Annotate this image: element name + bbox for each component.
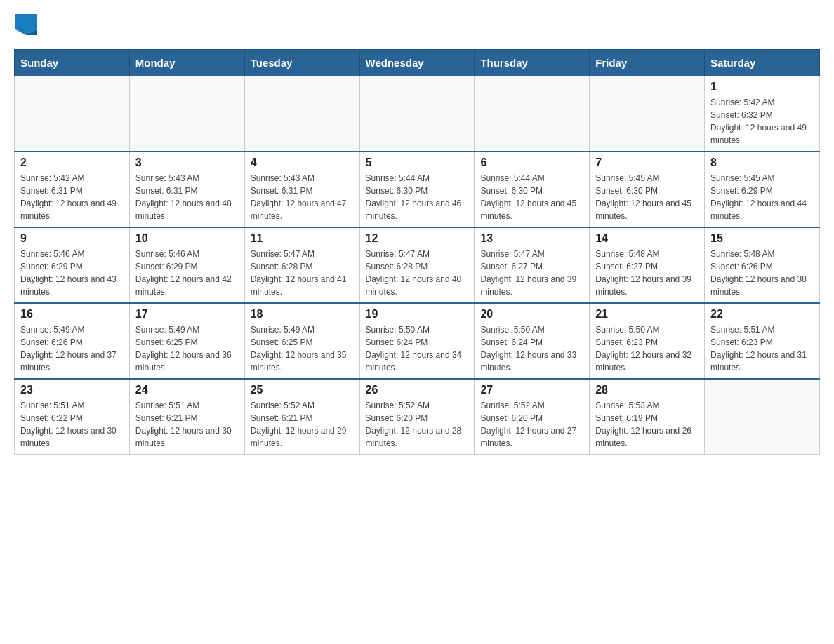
calendar-day-cell: 6Sunrise: 5:44 AM Sunset: 6:30 PM Daylig… [475,152,590,227]
calendar-day-cell: 13Sunrise: 5:47 AM Sunset: 6:27 PM Dayli… [475,227,590,303]
day-of-week-header: Tuesday [244,50,359,76]
day-info: Sunrise: 5:52 AM Sunset: 6:20 PM Dayligh… [480,399,583,450]
day-number: 27 [480,384,583,396]
day-info: Sunrise: 5:49 AM Sunset: 6:25 PM Dayligh… [135,323,239,374]
calendar-table: SundayMondayTuesdayWednesdayThursdayFrid… [14,49,820,455]
day-number: 24 [135,384,239,396]
calendar-day-cell: 9Sunrise: 5:46 AM Sunset: 6:29 PM Daylig… [15,227,130,303]
calendar-week-row: 1Sunrise: 5:42 AM Sunset: 6:32 PM Daylig… [15,76,820,152]
day-info: Sunrise: 5:45 AM Sunset: 6:30 PM Dayligh… [595,172,699,222]
calendar-day-cell: 10Sunrise: 5:46 AM Sunset: 6:29 PM Dayli… [129,227,244,303]
day-number: 3 [135,156,239,169]
calendar-day-cell: 5Sunrise: 5:44 AM Sunset: 6:30 PM Daylig… [359,152,475,227]
calendar-day-cell: 28Sunrise: 5:53 AM Sunset: 6:19 PM Dayli… [590,379,705,455]
day-number: 14 [595,232,699,245]
day-info: Sunrise: 5:45 AM Sunset: 6:29 PM Dayligh… [710,172,814,222]
day-number: 5 [366,156,469,169]
day-number: 22 [710,308,814,321]
day-number: 8 [710,156,814,169]
calendar-day-cell: 18Sunrise: 5:49 AM Sunset: 6:25 PM Dayli… [244,303,359,379]
day-info: Sunrise: 5:49 AM Sunset: 6:26 PM Dayligh… [20,323,124,374]
day-info: Sunrise: 5:50 AM Sunset: 6:24 PM Dayligh… [480,323,583,374]
calendar-day-cell: 15Sunrise: 5:48 AM Sunset: 6:26 PM Dayli… [705,227,820,303]
calendar-header-row: SundayMondayTuesdayWednesdayThursdayFrid… [15,50,820,76]
calendar-day-cell: 20Sunrise: 5:50 AM Sunset: 6:24 PM Dayli… [475,303,590,379]
calendar-day-cell: 7Sunrise: 5:45 AM Sunset: 6:30 PM Daylig… [590,152,705,227]
day-info: Sunrise: 5:48 AM Sunset: 6:26 PM Dayligh… [710,248,814,298]
calendar-day-cell [15,76,130,152]
calendar-day-cell: 27Sunrise: 5:52 AM Sunset: 6:20 PM Dayli… [475,379,590,455]
day-info: Sunrise: 5:52 AM Sunset: 6:20 PM Dayligh… [366,399,469,450]
day-info: Sunrise: 5:50 AM Sunset: 6:23 PM Dayligh… [595,323,699,374]
day-of-week-header: Thursday [475,50,590,76]
day-number: 17 [135,308,239,321]
day-info: Sunrise: 5:51 AM Sunset: 6:23 PM Dayligh… [710,323,814,374]
day-number: 7 [595,156,699,169]
calendar-day-cell: 11Sunrise: 5:47 AM Sunset: 6:28 PM Dayli… [244,227,359,303]
day-info: Sunrise: 5:44 AM Sunset: 6:30 PM Dayligh… [480,172,583,222]
day-info: Sunrise: 5:46 AM Sunset: 6:29 PM Dayligh… [135,248,239,298]
day-info: Sunrise: 5:44 AM Sunset: 6:30 PM Dayligh… [366,172,469,222]
day-number: 12 [366,232,469,245]
calendar-day-cell: 3Sunrise: 5:43 AM Sunset: 6:31 PM Daylig… [129,152,244,227]
calendar-day-cell: 19Sunrise: 5:50 AM Sunset: 6:24 PM Dayli… [359,303,475,379]
day-number: 18 [251,308,354,321]
day-number: 10 [135,232,239,245]
day-number: 11 [251,232,354,245]
calendar-day-cell [590,76,705,152]
day-number: 9 [20,232,124,245]
day-info: Sunrise: 5:51 AM Sunset: 6:21 PM Dayligh… [135,399,239,450]
day-info: Sunrise: 5:47 AM Sunset: 6:27 PM Dayligh… [480,248,583,298]
calendar-day-cell: 12Sunrise: 5:47 AM Sunset: 6:28 PM Dayli… [359,227,475,303]
day-info: Sunrise: 5:50 AM Sunset: 6:24 PM Dayligh… [366,323,469,374]
calendar-day-cell [359,76,475,152]
day-number: 26 [366,384,469,396]
day-number: 13 [480,232,583,245]
day-info: Sunrise: 5:43 AM Sunset: 6:31 PM Dayligh… [135,172,239,222]
day-info: Sunrise: 5:47 AM Sunset: 6:28 PM Dayligh… [366,248,469,298]
page-header [14,14,820,35]
day-of-week-header: Monday [129,50,244,76]
day-number: 1 [710,81,814,93]
day-info: Sunrise: 5:52 AM Sunset: 6:21 PM Dayligh… [251,399,354,450]
calendar-day-cell: 8Sunrise: 5:45 AM Sunset: 6:29 PM Daylig… [705,152,820,227]
calendar-week-row: 9Sunrise: 5:46 AM Sunset: 6:29 PM Daylig… [15,227,820,303]
logo [14,14,38,35]
day-number: 6 [480,156,583,169]
calendar-day-cell [129,76,244,152]
day-number: 28 [595,384,699,396]
day-info: Sunrise: 5:47 AM Sunset: 6:28 PM Dayligh… [251,248,354,298]
calendar-week-row: 16Sunrise: 5:49 AM Sunset: 6:26 PM Dayli… [15,303,820,379]
day-number: 16 [20,308,124,321]
calendar-day-cell: 23Sunrise: 5:51 AM Sunset: 6:22 PM Dayli… [15,379,130,455]
calendar-day-cell: 16Sunrise: 5:49 AM Sunset: 6:26 PM Dayli… [15,303,130,379]
calendar-day-cell: 2Sunrise: 5:42 AM Sunset: 6:31 PM Daylig… [15,152,130,227]
day-number: 15 [710,232,814,245]
day-number: 23 [20,384,124,396]
calendar-day-cell: 24Sunrise: 5:51 AM Sunset: 6:21 PM Dayli… [129,379,244,455]
day-info: Sunrise: 5:42 AM Sunset: 6:31 PM Dayligh… [20,172,124,222]
day-of-week-header: Saturday [705,50,820,76]
day-number: 25 [251,384,354,396]
day-of-week-header: Wednesday [359,50,475,76]
day-of-week-header: Friday [590,50,705,76]
calendar-day-cell: 25Sunrise: 5:52 AM Sunset: 6:21 PM Dayli… [244,379,359,455]
day-info: Sunrise: 5:48 AM Sunset: 6:27 PM Dayligh… [595,248,699,298]
calendar-day-cell: 14Sunrise: 5:48 AM Sunset: 6:27 PM Dayli… [590,227,705,303]
day-info: Sunrise: 5:51 AM Sunset: 6:22 PM Dayligh… [20,399,124,450]
day-info: Sunrise: 5:53 AM Sunset: 6:19 PM Dayligh… [595,399,699,450]
day-number: 21 [595,308,699,321]
calendar-day-cell [705,379,820,455]
calendar-day-cell [475,76,590,152]
day-info: Sunrise: 5:43 AM Sunset: 6:31 PM Dayligh… [251,172,354,222]
day-info: Sunrise: 5:42 AM Sunset: 6:32 PM Dayligh… [710,96,814,147]
day-info: Sunrise: 5:49 AM Sunset: 6:25 PM Dayligh… [251,323,354,374]
calendar-day-cell [244,76,359,152]
calendar-day-cell: 21Sunrise: 5:50 AM Sunset: 6:23 PM Dayli… [590,303,705,379]
calendar-day-cell: 26Sunrise: 5:52 AM Sunset: 6:20 PM Dayli… [359,379,475,455]
calendar-day-cell: 1Sunrise: 5:42 AM Sunset: 6:32 PM Daylig… [705,76,820,152]
day-number: 2 [20,156,124,169]
calendar-day-cell: 17Sunrise: 5:49 AM Sunset: 6:25 PM Dayli… [129,303,244,379]
calendar-day-cell: 4Sunrise: 5:43 AM Sunset: 6:31 PM Daylig… [244,152,359,227]
calendar-week-row: 2Sunrise: 5:42 AM Sunset: 6:31 PM Daylig… [15,152,820,227]
